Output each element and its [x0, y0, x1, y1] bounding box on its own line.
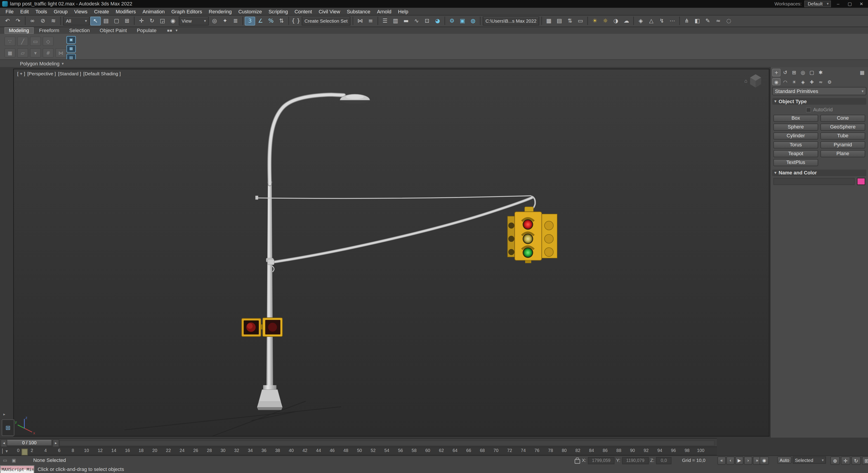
arnold-light-icon[interactable]: ↯: [656, 16, 667, 25]
go-to-start-button[interactable]: «: [717, 456, 726, 465]
display-tab[interactable]: ▢: [808, 69, 816, 77]
ribbon-options-caret[interactable]: ▾: [174, 27, 179, 34]
containers-icon[interactable]: ▭: [575, 16, 586, 25]
key-mode-toggle-icon[interactable]: ◉: [760, 456, 769, 465]
primitive-button-geosphere[interactable]: GeoSphere: [820, 123, 865, 131]
next-frame-button[interactable]: ›: [744, 456, 752, 465]
use-pivot-point-icon[interactable]: ◎: [209, 16, 220, 25]
time-slider[interactable]: ◂ 0 / 100 ▸: [0, 438, 717, 446]
isolate-selection-icon[interactable]: ◌: [723, 16, 734, 25]
animation-layers-icon[interactable]: ≈: [713, 16, 723, 25]
maxscript-mini-listener[interactable]: MAXScript Mini: [0, 465, 34, 473]
menu-item-group[interactable]: Group: [51, 8, 71, 14]
primitive-button-tube[interactable]: Tube: [820, 132, 865, 140]
menu-item-views[interactable]: Views: [71, 8, 91, 14]
workspaces-dropdown[interactable]: Default: [804, 0, 831, 7]
z-field[interactable]: 0,0: [656, 457, 672, 464]
preserve-uvs-icon[interactable]: ▱: [17, 48, 28, 58]
viewport-layout-tab[interactable]: ⊞: [2, 419, 14, 436]
menu-item-create[interactable]: Create: [91, 8, 112, 14]
track-bar-mode-icon[interactable]: ▏▾: [2, 449, 8, 454]
menu-item-edit[interactable]: Edit: [17, 8, 32, 14]
named-selection-set-dropdown[interactable]: Create Selection Set: [302, 16, 350, 25]
show-end-result-icon[interactable]: ▦: [66, 45, 76, 53]
material-editor-icon[interactable]: ◕: [432, 16, 443, 25]
select-and-scale-icon[interactable]: ◲: [157, 16, 168, 25]
select-object-icon[interactable]: ↖: [90, 16, 101, 25]
selection-filter-dropdown[interactable]: All: [63, 16, 90, 25]
pedestrian-signal-object[interactable]: [242, 318, 283, 336]
polygon-mode-icon[interactable]: ◇: [43, 37, 54, 46]
utilities-tab[interactable]: ✱: [816, 69, 825, 77]
ribbon-tab-freeform[interactable]: Freeform: [35, 27, 64, 34]
border-mode-icon[interactable]: ▭: [30, 37, 41, 46]
toggle-ribbon-icon[interactable]: ▬: [401, 16, 411, 25]
ribbon-tab-object-paint[interactable]: Object Paint: [95, 27, 131, 34]
perspective-viewport[interactable]: [ + ][Perspective ][Standard ][Default S…: [13, 69, 770, 437]
systems-category-icon[interactable]: ⚙: [825, 78, 834, 85]
target-camera-icon[interactable]: △: [646, 16, 657, 25]
panel-options-icon[interactable]: ▦: [858, 69, 866, 77]
space-warps-category-icon[interactable]: ≈: [816, 78, 825, 85]
parameter-editor-icon[interactable]: ✎: [703, 16, 713, 25]
name-color-rollout-header[interactable]: ▾ Name and Color: [772, 170, 866, 176]
pin-stack-icon[interactable]: ▣: [66, 36, 76, 43]
select-and-manipulate-icon[interactable]: ✦: [220, 16, 230, 25]
ribbon-minimize-icon[interactable]: ▪▪: [165, 27, 174, 34]
play-button[interactable]: ▶: [735, 456, 743, 465]
menu-item-customize[interactable]: Customize: [235, 8, 266, 14]
viewport-label-segment[interactable]: [Standard ]: [58, 71, 81, 76]
schematic-view-icon[interactable]: ⊡: [422, 16, 432, 25]
helpers-category-icon[interactable]: ✚: [808, 78, 816, 85]
bind-to-space-warp-icon[interactable]: ≋: [48, 16, 59, 25]
menu-item-scripting[interactable]: Scripting: [265, 8, 291, 14]
physical-camera-icon[interactable]: ◈: [636, 16, 646, 25]
angle-snap-icon[interactable]: ∠: [255, 16, 266, 25]
time-slider-handle[interactable]: 0 / 100: [6, 439, 52, 446]
lights-category-icon[interactable]: ☀: [790, 78, 798, 85]
project-folder-dropdown[interactable]: C:\Users\B...s Max 2022: [483, 16, 539, 25]
object-name-field[interactable]: [773, 178, 855, 185]
orbit-icon[interactable]: ↻: [851, 456, 861, 465]
element-mode-icon[interactable]: ■: [4, 48, 16, 58]
select-by-name-icon[interactable]: ▤: [101, 16, 112, 25]
primitive-button-textplus[interactable]: TextPlus: [773, 159, 818, 166]
prompt-window-icon[interactable]: ▭: [1, 457, 9, 464]
collapse-stack-icon[interactable]: ▾: [30, 48, 41, 58]
exposure-control-icon[interactable]: ◑: [611, 16, 621, 25]
object-color-swatch[interactable]: [857, 178, 865, 185]
auto-key-button[interactable]: Auto: [777, 456, 792, 464]
primitive-button-cone[interactable]: Cone: [820, 115, 865, 122]
selection-set-dropdown[interactable]: Selected: [793, 456, 826, 464]
maximize-viewport-icon[interactable]: ⊞: [862, 456, 868, 465]
ribbon-tab-modeling[interactable]: Modeling: [4, 27, 34, 34]
menu-item-file[interactable]: File: [2, 8, 17, 14]
menu-item-content[interactable]: Content: [291, 8, 315, 14]
menu-item-graph-editors[interactable]: Graph Editors: [168, 8, 205, 14]
sun-positioner-icon[interactable]: ☀: [590, 16, 600, 25]
menu-item-rendering[interactable]: Rendering: [206, 8, 235, 14]
previous-frame-button[interactable]: ‹: [726, 456, 735, 465]
menu-item-arnold[interactable]: Arnold: [374, 8, 395, 14]
edge-mode-icon[interactable]: ╱: [17, 37, 28, 46]
ribbon-tab-populate[interactable]: Populate: [132, 27, 161, 34]
selection-lock-icon[interactable]: [575, 459, 580, 464]
primitive-button-teapot[interactable]: Teapot: [773, 150, 818, 157]
viewcube[interactable]: ⌂: [744, 74, 762, 88]
select-and-rotate-icon[interactable]: ↻: [147, 16, 157, 25]
track-bar[interactable]: ▏▾ 0246810121416182022242628303234363840…: [0, 446, 717, 455]
undo-icon[interactable]: ↶: [2, 16, 13, 25]
geometry-category-icon[interactable]: ◉: [772, 78, 780, 85]
daylight-system-icon[interactable]: ☼: [600, 16, 611, 25]
menu-item-help[interactable]: Help: [395, 8, 412, 14]
primitive-button-torus[interactable]: Torus: [773, 141, 818, 148]
menu-item-civil-view[interactable]: Civil View: [315, 8, 344, 14]
primitive-button-plane[interactable]: Plane: [820, 150, 865, 157]
snaps-toggle-3d-icon[interactable]: 3: [245, 16, 255, 25]
lamp-post-object[interactable]: [255, 94, 535, 410]
shapes-category-icon[interactable]: ◠: [781, 78, 789, 85]
generate-topology-icon[interactable]: #: [43, 48, 54, 58]
close-button[interactable]: ✕: [857, 0, 866, 7]
civil-view-icon[interactable]: ⋔: [682, 16, 692, 25]
minimize-button[interactable]: –: [834, 0, 842, 7]
